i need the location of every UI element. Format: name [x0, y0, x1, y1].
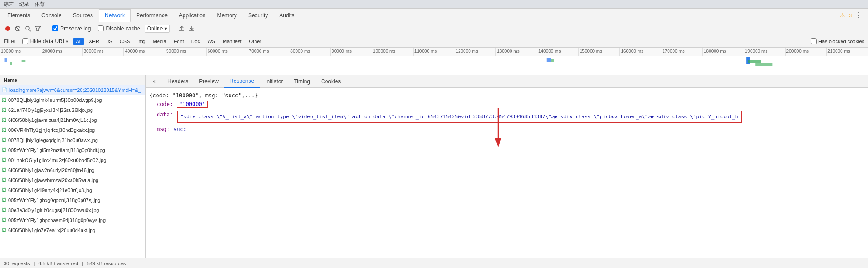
tick-0: 10000 ms [0, 48, 41, 56]
list-item[interactable]: 🖼 80e3e3d0ly1ghib0cugsrj21800owu0x.jpg [0, 205, 145, 215]
hide-data-urls-label[interactable]: Hide data URLs [20, 38, 71, 45]
tab-audits[interactable]: Audits [274, 9, 300, 22]
tab-cookies[interactable]: Cookies [316, 75, 346, 88]
tab-response[interactable]: Response [224, 75, 260, 88]
timeline-area: 10000 ms 20000 ms 30000 ms 40000 ms 5000… [0, 48, 868, 75]
list-item[interactable]: 🖼 6f06f68bly1gjavmizua4j21hm0wj11c.jpg [0, 115, 145, 125]
tab-application[interactable]: Application [174, 9, 212, 22]
filter-type-other[interactable]: Other [246, 38, 265, 45]
list-item[interactable]: 🖼 005zWnYFly1ghpcbaem94j318g0p0wys.jpg [0, 215, 145, 225]
search-button[interactable] [24, 25, 32, 33]
filter-type-img[interactable]: Img [134, 38, 148, 45]
list-item[interactable]: 📄 loadingmore?ajwvr=6&cursor=20;20201022… [0, 85, 145, 95]
preserve-log-label[interactable]: Preserve log [50, 25, 93, 32]
list-item[interactable]: 🖼 6f06f68bly1gjavwbrmzaj20xa0h5wua.jpg [0, 175, 145, 185]
img-icon: 🖼 [2, 117, 6, 122]
nav-item-3[interactable]: 体育 [35, 1, 45, 8]
nav-item-1[interactable]: 综艺 [4, 1, 14, 8]
tab-security[interactable]: Security [243, 9, 274, 22]
item-name-9: 6f06f68bly1gjavwbrmzaj20xa0h5wua.jpg [8, 177, 98, 183]
has-blocked-cookies-checkbox[interactable] [811, 38, 817, 44]
has-blocked-cookies-label[interactable]: Has blocked cookies [811, 38, 864, 44]
tick-13: 140000 ms [537, 48, 579, 56]
tick-7: 80000 ms [289, 48, 331, 56]
item-name-11: 005zWnYFly1ghxg0qponij318g0p07sj.jpg [8, 197, 100, 203]
disable-cache-checkbox[interactable] [98, 25, 104, 31]
filter-button[interactable] [34, 25, 42, 33]
item-name-6: 005zWnYFly1gi5m2mz8amj318g0p0hdt.jpg [8, 147, 105, 153]
list-item[interactable]: 🖼 6f06f68bly1gi4l9nhy4kj21e00r6jx3.jpg [0, 185, 145, 195]
tick-9: 100000 ms [372, 48, 414, 56]
tab-timing[interactable]: Timing [288, 75, 316, 88]
doc-icon: 📄 [2, 87, 7, 92]
filter-type-media[interactable]: Media [150, 38, 169, 45]
tick-2: 30000 ms [83, 48, 124, 56]
preserve-log-checkbox[interactable] [52, 25, 58, 31]
preserve-log-text: Preserve log [60, 25, 91, 32]
browser-bar: 综艺 纪录 体育 [0, 0, 868, 8]
disable-cache-label[interactable]: Disable cache [95, 25, 143, 32]
svg-rect-15 [755, 63, 772, 66]
status-bar: 30 requests | 4.5 kB transferred | 549 k… [0, 258, 868, 268]
item-name-1: 0078QLjbly1gimk4uurm5j30p00dwgp9.jpg [8, 97, 102, 103]
list-item[interactable]: 🖼 001nokOGly1gilcc4mu2zj60ku0bo45q02.jpg [0, 155, 145, 165]
timeline-content[interactable] [0, 56, 868, 75]
item-name-4: 006VR4hTly1gjnjiqrfcqj30nd0gxakx.jpg [8, 127, 95, 133]
hide-data-urls-checkbox[interactable] [22, 38, 28, 44]
list-item[interactable]: 🖼 6f06f68bly1gjaw2n6u4yj20z80jtn46.jpg [0, 165, 145, 175]
filter-type-doc[interactable]: Doc [189, 38, 203, 45]
item-name-14: 6f06f68bly1gio7e7ea1xj20uu0d4akt.jpg [8, 228, 95, 233]
svg-rect-9 [10, 62, 12, 65]
filter-bar: Filter Hide data URLs All XHR JS CSS Img… [0, 35, 868, 48]
warning-count: 3 [849, 13, 852, 18]
svg-rect-14 [748, 60, 761, 63]
detail-tabs: × Headers Preview Response Initiator Tim… [146, 75, 868, 88]
tab-preview[interactable]: Preview [194, 75, 224, 88]
tick-11: 120000 ms [454, 48, 496, 56]
main-area: Name 📄 loadingmore?ajwvr=6&cursor=20;202… [0, 75, 868, 258]
network-list-items[interactable]: 📄 loadingmore?ajwvr=6&cursor=20;20201022… [0, 85, 145, 258]
list-item[interactable]: 🖼 005zWnYFly1ghxg0qponij318g0p07sj.jpg [0, 195, 145, 205]
close-icon: × [152, 78, 156, 85]
tab-memory[interactable]: Memory [212, 9, 243, 22]
item-name-3: 6f06f68bly1gjavmizua4j21hm0wj11c.jpg [8, 117, 97, 123]
item-name-2: 621a4740ly1gj9yxui3r4j22su26ikjo.jpg [8, 107, 93, 113]
tab-sources[interactable]: Sources [67, 9, 99, 22]
upload-button[interactable] [178, 25, 186, 33]
response-content[interactable]: {code: "100000", msg: "succ",...} code: … [146, 88, 868, 258]
img-icon: 🖼 [2, 147, 6, 152]
list-item[interactable]: 🖼 0078QLjbly1giegxqdginj31hc0u0awx.jpg [0, 135, 145, 145]
filter-type-manifest[interactable]: Manifest [220, 38, 245, 45]
tab-headers[interactable]: Headers [162, 75, 194, 88]
clear-button[interactable] [14, 25, 22, 33]
throttle-select[interactable]: Online ▼ [145, 25, 170, 33]
data-value-box: "<div class=\"V_list_a\" action-type=\"v… [177, 111, 742, 123]
list-item[interactable]: 🖼 0078QLjbly1gimk4uurm5j30p00dwgp9.jpg [0, 95, 145, 105]
list-item[interactable]: 🖼 621a4740ly1gj9yxui3r4j22su26ikjo.jpg [0, 105, 145, 115]
filter-type-ws[interactable]: WS [204, 38, 218, 45]
filter-type-xhr[interactable]: XHR [86, 38, 102, 45]
separator: | [82, 261, 83, 266]
filter-type-font[interactable]: Font [171, 38, 187, 45]
tab-elements[interactable]: Elements [2, 9, 36, 22]
tab-console[interactable]: Console [36, 9, 67, 22]
nav-item-2[interactable]: 纪录 [19, 1, 29, 8]
svg-point-3 [26, 26, 29, 30]
filter-type-css[interactable]: CSS [117, 38, 133, 45]
tick-5: 60000 ms [207, 48, 248, 56]
tab-network[interactable]: Network [99, 9, 131, 22]
detail-close-button[interactable]: × [149, 77, 158, 86]
tick-8: 90000 ms [331, 48, 372, 56]
download-button[interactable] [188, 25, 196, 33]
response-line-code: code: "100000" [149, 100, 864, 109]
tab-initiator[interactable]: Initiator [260, 75, 288, 88]
filter-type-all[interactable]: All [73, 38, 84, 45]
list-item[interactable]: 🖼 6f06f68bly1gio7e7ea1xj20uu0d4akt.jpg [0, 225, 145, 235]
more-options-icon[interactable]: ⋮ [855, 11, 863, 20]
tab-performance[interactable]: Performance [131, 9, 174, 22]
list-item[interactable]: 🖼 005zWnYFly1gi5m2mz8amj318g0p0hdt.jpg [0, 145, 145, 155]
list-item[interactable]: 🖼 006VR4hTly1gjnjiqrfcqj30nd0gxakx.jpg [0, 125, 145, 135]
item-name-8: 6f06f68bly1gjaw2n6u4yj20z80jtn46.jpg [8, 167, 95, 173]
record-button[interactable] [4, 25, 12, 33]
filter-type-js[interactable]: JS [104, 38, 115, 45]
